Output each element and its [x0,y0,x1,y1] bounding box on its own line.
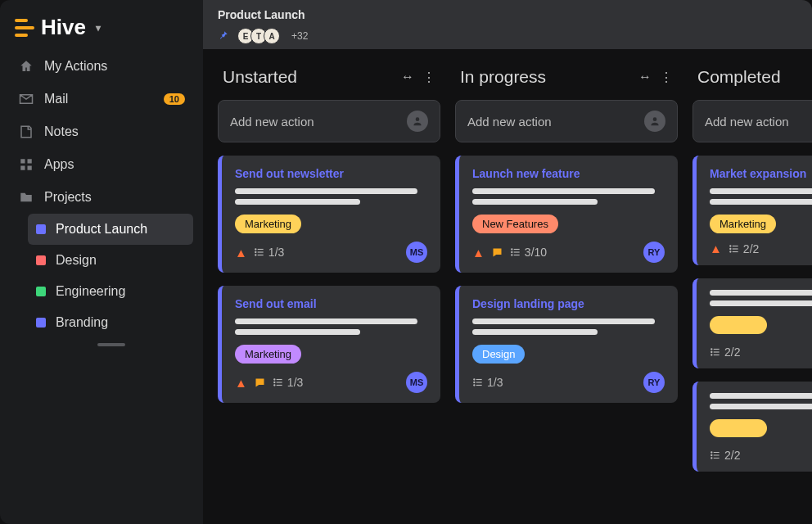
nav-notes[interactable]: Notes [10,115,193,148]
note-icon [18,124,34,140]
nav-mail[interactable]: Mail 10 [10,83,193,115]
card-list: Launch new featureNew Features▲ 3/10 RYD… [455,156,678,403]
chevron-down-icon[interactable]: ▾ [96,22,101,34]
kanban-board: Unstarted ↔ ⋮ Add new action Send out ne… [203,49,812,524]
avatar: A [264,28,280,44]
assignee-avatar[interactable]: MS [406,372,427,393]
svg-point-48 [711,458,712,458]
column-header: Completed ↔ ⋮ [692,67,812,87]
card-list: Send out newsletterMarketing▲ 1/3 MSSend… [218,156,440,403]
svg-point-4 [416,117,420,121]
mail-icon [18,91,34,107]
svg-point-40 [711,349,712,350]
action-card[interactable]: Send out emailMarketing▲ 1/3 MS [218,286,440,403]
card-text-line [710,188,812,194]
action-card[interactable]: Market expansionMarketing▲ 2/2 [692,156,812,265]
svg-rect-3 [28,166,32,170]
nav-my-actions[interactable]: My Actions [10,50,193,83]
nav-label: My Actions [44,59,107,74]
action-card[interactable]: 2/2 [692,278,812,368]
add-action-input[interactable]: Add new action [218,100,440,142]
card-tag[interactable]: Marketing [235,345,301,364]
nav-label: Projects [44,190,92,205]
kanban-column: Completed ↔ ⋮ Add new action Market expa… [692,67,812,506]
svg-point-27 [474,379,475,380]
svg-point-35 [730,248,731,249]
chat-icon[interactable] [491,246,503,259]
checklist-count: 1/3 [487,376,503,389]
svg-point-42 [711,355,712,355]
card-text-line [472,329,598,335]
card-tag[interactable]: Design [472,345,525,364]
column-header: Unstarted ↔ ⋮ [218,67,440,87]
action-card[interactable]: 2/2 [692,382,812,472]
card-text-line [472,188,655,194]
assignee-avatar[interactable]: RY [643,242,665,263]
assignee-avatar[interactable]: RY [643,372,665,393]
add-action-input[interactable]: Add new action [455,100,678,142]
warning-icon: ▲ [235,246,247,260]
checklist-icon: 1/3 [472,376,503,389]
action-card[interactable]: Launch new featureNew Features▲ 3/10 RY [455,156,678,273]
action-card[interactable]: Design landing pageDesign 1/3 RY [455,286,678,403]
svg-point-21 [512,249,512,250]
column-menu-icon[interactable]: ⋮ [422,70,435,85]
chat-icon[interactable] [254,377,266,389]
column-menu-icon[interactable]: ⋮ [660,70,673,85]
svg-point-41 [711,351,712,352]
nav-label: Mail [44,92,68,106]
project-label: Design [56,253,97,268]
nav-main: My Actions Mail 10 Notes Apps Projects [0,50,203,346]
nav-projects[interactable]: Projects [10,181,193,214]
svg-point-46 [711,452,712,453]
card-title: Design landing page [472,297,665,310]
brand-name: Hive [41,15,86,40]
project-color-dot [36,287,46,296]
column-resize-icon[interactable]: ↔ [638,70,652,84]
svg-point-22 [512,251,512,252]
checklist-icon: 2/2 [710,346,740,359]
card-text-line [710,290,812,296]
checklist-icon: 2/2 [710,449,740,462]
assignee-avatar[interactable]: MS [406,242,427,263]
main: Product Launch E T A +32 Unstarted ↔ ⋮ A… [203,0,812,524]
svg-point-14 [274,379,275,380]
project-branding[interactable]: Branding [28,307,193,338]
nav-apps[interactable]: Apps [10,148,193,181]
card-tag[interactable] [710,316,767,334]
action-card[interactable]: Send out newsletterMarketing▲ 1/3 MS [218,156,440,273]
member-avatars[interactable]: E T A [237,28,280,44]
project-product-launch[interactable]: Product Launch [28,214,193,245]
header-meta: E T A +32 [218,28,797,44]
column-resize-icon[interactable]: ↔ [401,70,414,84]
scrollbar[interactable] [97,343,125,346]
pin-icon[interactable] [218,30,229,42]
card-text-line [472,199,598,205]
checklist-count: 2/2 [724,449,740,462]
svg-rect-2 [20,166,25,170]
add-action-input[interactable]: Add new action [692,100,812,142]
card-tag[interactable]: New Features [472,215,558,233]
card-footer: ▲ 1/3 MS [235,372,427,393]
card-text-line [710,404,812,409]
card-tag[interactable]: Marketing [235,215,301,233]
project-engineering[interactable]: Engineering [28,276,193,307]
checklist-count: 2/2 [743,242,759,255]
card-tag[interactable] [710,419,767,437]
project-label: Product Launch [56,222,147,237]
assign-user-icon[interactable] [644,111,665,132]
project-design[interactable]: Design [28,245,193,276]
svg-point-9 [255,251,256,252]
nav-label: Apps [44,157,74,172]
card-footer: ▲ 1/3 MS [235,242,427,263]
kanban-column: In progress ↔ ⋮ Add new action Launch ne… [455,67,678,506]
svg-rect-0 [20,159,25,163]
kanban-column: Unstarted ↔ ⋮ Add new action Send out ne… [218,67,440,506]
assign-user-icon[interactable] [407,111,428,132]
avatar-overflow[interactable]: +32 [291,30,308,42]
card-tag[interactable]: Marketing [710,215,776,233]
brand-logo[interactable]: Hive ▾ [0,15,203,50]
svg-point-10 [255,255,256,255]
card-text-line [710,393,812,399]
card-text-line [235,318,417,324]
